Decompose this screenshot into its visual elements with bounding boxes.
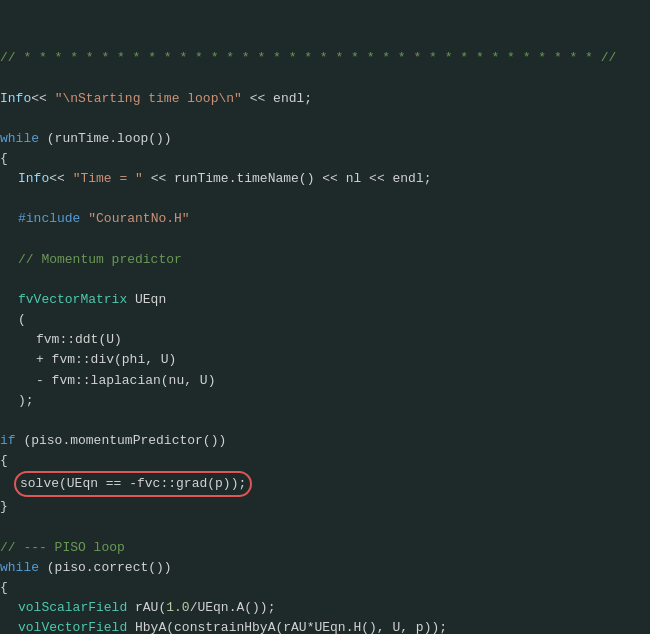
code-line: { bbox=[0, 578, 650, 598]
code-line: solve(UEqn == -fvc::grad(p)); bbox=[0, 471, 650, 497]
code-line: } bbox=[0, 497, 650, 517]
code-line: fvVectorMatrix UEqn bbox=[0, 290, 650, 310]
code-line: { bbox=[0, 451, 650, 471]
code-line: ); bbox=[0, 391, 650, 411]
code-line: // * * * * * * * * * * * * * * * * * * *… bbox=[0, 48, 650, 68]
code-line bbox=[0, 109, 650, 129]
code-line: if (piso.momentumPredictor()) bbox=[0, 431, 650, 451]
code-line: while (piso.correct()) bbox=[0, 558, 650, 578]
code-line: + fvm::div(phi, U) bbox=[0, 350, 650, 370]
code-line: Info<< "Time = " << runTime.timeName() <… bbox=[0, 169, 650, 189]
code-line: #include "CourantNo.H" bbox=[0, 209, 650, 229]
code-line: - fvm::laplacian(nu, U) bbox=[0, 371, 650, 391]
code-line bbox=[0, 518, 650, 538]
code-line bbox=[0, 270, 650, 290]
code-line: while (runTime.loop()) bbox=[0, 129, 650, 149]
code-line bbox=[0, 189, 650, 209]
code-line: Info<< "\nStarting time loop\n" << endl; bbox=[0, 89, 650, 109]
code-line: // Momentum predictor bbox=[0, 250, 650, 270]
code-line: { bbox=[0, 149, 650, 169]
code-line: volVectorField HbyA(constrainHbyA(rAU*UE… bbox=[0, 618, 650, 634]
highlighted-code: solve(UEqn == -fvc::grad(p)); bbox=[14, 471, 252, 497]
code-line bbox=[0, 68, 650, 88]
code-line: volScalarField rAU(1.0/UEqn.A()); bbox=[0, 598, 650, 618]
code-line: ( bbox=[0, 310, 650, 330]
code-line: // --- PISO loop bbox=[0, 538, 650, 558]
code-line: fvm::ddt(U) bbox=[0, 330, 650, 350]
code-editor: // * * * * * * * * * * * * * * * * * * *… bbox=[0, 0, 650, 634]
code-line bbox=[0, 411, 650, 431]
code-line bbox=[0, 230, 650, 250]
